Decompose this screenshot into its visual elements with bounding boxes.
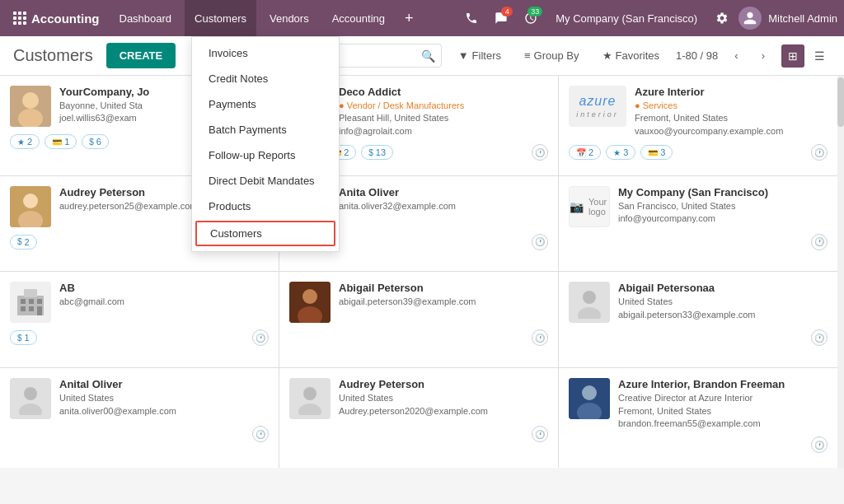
activity-clock[interactable]: 🕐: [252, 329, 269, 346]
clock-badge: 33: [528, 7, 542, 16]
brand[interactable]: Accounting: [7, 12, 106, 26]
toolbar-filters: 🔍 ▼ Filters ≡ Group By ★ Favorites 1-80 …: [269, 44, 831, 68]
activity-clock[interactable]: 🕐: [811, 329, 828, 346]
card-azure-interior[interactable]: azure interior Azure Interior ● Services…: [559, 76, 837, 175]
dropdown-direct-debit[interactable]: Direct Debit Mandates: [192, 168, 339, 194]
user-avatar[interactable]: [738, 7, 762, 30]
activity-clock[interactable]: 🕐: [811, 436, 828, 453]
activity-clock[interactable]: 🕐: [532, 426, 548, 442]
svg-rect-17: [29, 306, 34, 311]
scrollbar-thumb[interactable]: [837, 77, 844, 127]
activity-clock[interactable]: 🕐: [532, 144, 548, 161]
svg-point-23: [578, 307, 601, 319]
badge-calendar: 📅 2: [569, 145, 601, 160]
company-selector[interactable]: My Company (San Francisco): [547, 0, 706, 36]
card-abigail-petersonaa[interactable]: Abigail Petersonaa United Statesabigail.…: [559, 272, 837, 367]
activity-clock[interactable]: 🕐: [811, 234, 828, 250]
view-toggle: ⊞ ☰: [781, 44, 831, 68]
card-anital-oliver[interactable]: Anital Oliver United Statesanita.oliver0…: [0, 368, 279, 468]
svg-point-26: [303, 387, 316, 400]
card-sub: United StatesAudrey.peterson2020@example…: [339, 392, 548, 418]
nav-vendors[interactable]: Vendors: [260, 0, 319, 36]
svg-rect-12: [24, 289, 37, 297]
settings-icon[interactable]: [709, 5, 735, 31]
phone-icon[interactable]: [458, 5, 485, 31]
nav-customers[interactable]: Customers: [185, 0, 256, 36]
chat-icon[interactable]: 4: [488, 5, 514, 31]
nav-dashboard[interactable]: Dashboard: [110, 0, 182, 36]
card-name: Azure Interior, Brandon Freeman: [618, 378, 828, 390]
svg-rect-13: [21, 299, 26, 304]
prev-page[interactable]: ‹: [728, 46, 744, 65]
nav-add[interactable]: +: [398, 0, 420, 36]
dropdown-payments[interactable]: Payments: [192, 91, 339, 117]
badge-star: ★ 3: [606, 145, 635, 160]
favorites-button[interactable]: ★ Favorites: [596, 46, 666, 65]
card-sub: abc@gmail.com: [59, 296, 269, 308]
activity-clock[interactable]: 🕐: [811, 144, 828, 161]
svg-point-27: [298, 404, 321, 415]
card-sub: abigail.peterson39@example.com: [339, 296, 548, 308]
card-audrey-peterson2[interactable]: Audrey Peterson United StatesAudrey.pete…: [279, 368, 558, 468]
svg-point-25: [19, 404, 42, 415]
svg-point-6: [23, 194, 38, 208]
card-name: My Company (San Francisco): [618, 186, 828, 198]
card-sub: San Francisco, United Statesinfo@yourcom…: [618, 200, 828, 226]
card-azure-brandon[interactable]: Azure Interior, Brandon Freeman Creative…: [559, 368, 837, 468]
card-name: Azure Interior: [635, 86, 828, 98]
activity-clock[interactable]: 🕐: [252, 426, 269, 442]
svg-point-20: [302, 289, 317, 304]
svg-rect-15: [37, 299, 42, 304]
card-ab[interactable]: AB abc@gmail.com $ 1 🕐: [0, 272, 279, 367]
card-info: Azure Interior, Brandon Freeman Creative…: [618, 378, 828, 430]
next-page[interactable]: ›: [755, 46, 771, 65]
create-button[interactable]: CREATE: [106, 43, 176, 68]
badge-card: 💳 1: [45, 134, 77, 149]
scrollbar[interactable]: [837, 76, 844, 468]
navbar-right: 4 33 My Company (San Francisco) Mitchell…: [458, 0, 837, 36]
nav-accounting[interactable]: Accounting: [322, 0, 395, 36]
card-info: Abigail Peterson abigail.peterson39@exam…: [339, 282, 548, 323]
card-avatar: [10, 378, 51, 419]
card-sub: ● Services Fremont, United States vauxoo…: [635, 100, 828, 138]
groupby-button[interactable]: ≡ Group By: [518, 46, 586, 65]
activity-clock[interactable]: 🕐: [532, 329, 548, 346]
card-info: Audrey Peterson United StatesAudrey.pete…: [339, 378, 548, 419]
dropdown-customers[interactable]: Customers: [195, 221, 335, 246]
badge-dollar: $ 1: [10, 330, 37, 345]
badge-star: ★ 2: [10, 134, 40, 149]
navbar: Accounting Dashboard Customers Vendors A…: [0, 0, 844, 36]
dropdown-batch-payments[interactable]: Batch Payments: [192, 117, 339, 142]
pagination-info: 1-80 / 98: [676, 49, 718, 62]
kanban-view[interactable]: ⊞: [781, 44, 804, 68]
dropdown-products[interactable]: Products: [192, 194, 339, 219]
card-info: My Company (San Francisco) San Francisco…: [618, 186, 828, 227]
badge-dollar: $ 2: [10, 235, 37, 250]
card-my-company[interactable]: 📷 Your logo My Company (San Francisco) S…: [559, 176, 837, 272]
card-name: Anital Oliver: [59, 378, 269, 390]
search-button[interactable]: 🔍: [421, 49, 435, 63]
card-abigail-peterson[interactable]: Abigail Peterson abigail.peterson39@exam…: [279, 272, 558, 367]
clock-icon[interactable]: 33: [518, 5, 544, 31]
card-name: Anita Oliver: [339, 186, 548, 198]
card-name: AB: [59, 282, 269, 294]
activity-clock[interactable]: 🕐: [532, 234, 548, 250]
badge-card: 💳 3: [640, 145, 673, 160]
card-avatar: 📷 Your logo: [569, 186, 610, 227]
card-info: Anita Oliver anita.oliver32@example.com: [339, 186, 548, 227]
groupby-icon: ≡: [524, 49, 531, 62]
filters-button[interactable]: ▼ Filters: [452, 46, 508, 65]
dropdown-invoices[interactable]: Invoices: [192, 40, 339, 66]
username: Mitchell Admin: [765, 12, 837, 25]
dropdown-credit-notes[interactable]: Credit Notes: [192, 66, 339, 91]
main-content: YourCompany, Jo Bayonne, United Stajoel.…: [0, 76, 844, 468]
svg-rect-14: [29, 299, 34, 304]
card-info: Anital Oliver United Statesanita.oliver0…: [59, 378, 269, 419]
badge-dollar: $ 13: [361, 145, 393, 160]
badge-dollar: $ 6: [82, 134, 109, 149]
brand-label: Accounting: [31, 12, 100, 26]
list-view[interactable]: ☰: [808, 44, 831, 68]
dropdown-followup-reports[interactable]: Follow-up Reports: [192, 142, 339, 168]
card-info: Abigail Petersonaa United Statesabigail.…: [618, 282, 828, 323]
card-info: Azure Interior ● Services Fremont, Unite…: [635, 86, 828, 138]
